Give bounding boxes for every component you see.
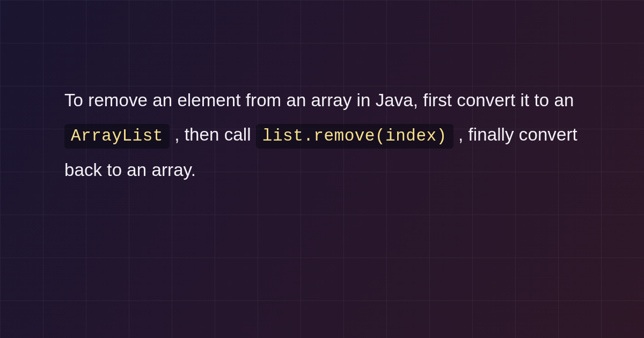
code-inline-arraylist: ArrayList bbox=[64, 124, 170, 149]
explanation-paragraph: To remove an element from an array in Ja… bbox=[64, 83, 580, 187]
code-inline-remove: list.remove(index) bbox=[256, 124, 453, 149]
text-segment: To remove an element from an array in Ja… bbox=[64, 90, 574, 110]
text-segment: , then call bbox=[174, 124, 256, 144]
